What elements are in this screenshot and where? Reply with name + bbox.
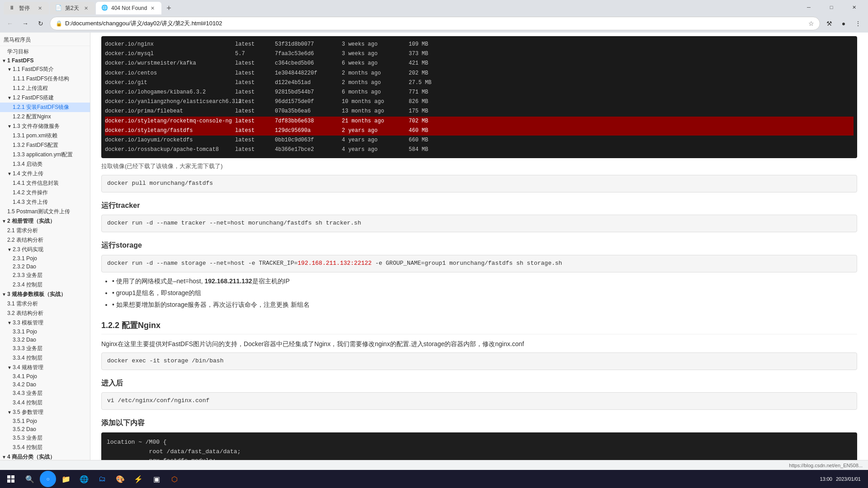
- storage-section-header: 运行storage: [101, 239, 857, 251]
- docker-row-nginx: docker.io/nginx latest 53f31d8b0077 3 we…: [105, 40, 854, 49]
- new-tab-button[interactable]: +: [162, 2, 175, 14]
- sidebar-item-2-3-1[interactable]: 2.3.1 Pojo: [0, 254, 90, 263]
- sidebar-item-1-3-1[interactable]: 1.3.1 pom.xml依赖: [0, 131, 90, 141]
- tab-1[interactable]: ⏸ 暂停 ✕: [4, 2, 49, 14]
- sidebar-item-3-4[interactable]: ▼3.4 规格管理: [0, 363, 90, 372]
- sidebar-item-3-1[interactable]: 3.1 需求分析: [0, 299, 90, 309]
- start-button[interactable]: [4, 472, 18, 486]
- sidebar-item-1-3-4[interactable]: 1.3.4 启动类: [0, 160, 90, 169]
- sidebar-item-3-5-4[interactable]: 3.5.4 控制层: [0, 443, 90, 452]
- sidebar-item-3-4-2[interactable]: 3.4.2 Dao: [0, 380, 90, 389]
- sidebar-item-3-3-4[interactable]: 3.3.4 控制层: [0, 353, 90, 363]
- sidebar-item-1-4[interactable]: ▼1.4 文件上传: [0, 169, 90, 178]
- sidebar-item-3-5-3[interactable]: 3.5.3 业务层: [0, 433, 90, 443]
- sidebar-item-1-1-2[interactable]: 1.1.2 上传流程: [0, 84, 90, 93]
- tab-1-favicon: ⏸: [9, 5, 16, 12]
- bookmark-icon[interactable]: ☆: [808, 20, 814, 27]
- taskbar-terminal-icon[interactable]: ▣: [148, 471, 165, 487]
- taskbar-vscode-icon[interactable]: ⚡: [130, 471, 146, 487]
- tab-1-close[interactable]: ✕: [36, 5, 43, 12]
- sidebar-item-1-2-1[interactable]: 1.2.1 安装FastDFS镜像: [0, 103, 90, 112]
- tab-3-close[interactable]: ✕: [149, 5, 156, 12]
- sidebar-item-3-3-2[interactable]: 3.3.2 Dao: [0, 336, 90, 344]
- sidebar-item-fastdfs[interactable]: ▼1 FastDFS: [0, 56, 90, 65]
- sidebar-item-3[interactable]: ▼3 规格参数模板（实战）: [0, 290, 90, 299]
- sidebar-item-2-3[interactable]: ▼2.3 代码实现: [0, 245, 90, 254]
- sidebar-item-3-4-4[interactable]: 3.4.4 控制层: [0, 398, 90, 408]
- sidebar-item-1-1-1[interactable]: 1.1.1 FastDFS任务结构: [0, 74, 90, 84]
- sidebar-item-1-4-2[interactable]: 1.4.2 文件操作: [0, 188, 90, 197]
- sidebar-item-1-2-2[interactable]: 1.2.2 配置Nginx: [0, 112, 90, 122]
- exec-command-text: docker exec -it storage /bin/bash: [107, 357, 223, 364]
- sidebar-item-3-4-3[interactable]: 3.4.3 业务层: [0, 389, 90, 398]
- taskbar: 🔍 ○ 📁 🌐 🗂 🎨 ⚡ ▣ ⬡ 13:00 2023/01/01: [0, 470, 868, 488]
- sidebar-item-3-5[interactable]: ▼3.5 参数管理: [0, 408, 90, 417]
- sidebar-item-2[interactable]: ▼2 相册管理（实战）: [0, 216, 90, 226]
- sidebar-item-learning-goals[interactable]: 学习目标: [0, 47, 90, 56]
- taskbar-chrome-icon[interactable]: 🌐: [76, 471, 92, 487]
- taskbar-paint-icon[interactable]: 🎨: [112, 471, 128, 487]
- vi-command-block: vi /etc/nginx/conf/nginx.conf: [101, 392, 857, 410]
- status-url: https://blog.csdn.net/en_EN508...: [789, 463, 863, 468]
- pull-note: 拉取镜像(已经下载了该镜像，大家无需下载了): [101, 162, 857, 171]
- tab-2-favicon: 📄: [55, 5, 62, 12]
- sidebar-item-2-2[interactable]: 2.2 表结构分析: [0, 235, 90, 245]
- svg-rect-2: [7, 479, 10, 483]
- window-controls: ─ □ ✕: [798, 0, 864, 14]
- minimize-button[interactable]: ─: [798, 0, 819, 14]
- sidebar-item-fastdfs-intro[interactable]: ▼1.1 FastDFS简介: [0, 65, 90, 74]
- sidebar-item-4[interactable]: ▼4 商品分类（实战）: [0, 452, 90, 460]
- sidebar-item-3-3-1[interactable]: 3.3.1 Pojo: [0, 328, 90, 336]
- docker-row-filebeat: docker.io/prima/filebeat latest 070a35b6…: [105, 107, 854, 116]
- storage-note-1: 使用了的网络模式是–net=host, 192.168.211.132是宿主机的…: [112, 276, 857, 286]
- taskbar-explorer-icon[interactable]: 🗂: [94, 471, 110, 487]
- sidebar-item-3-3[interactable]: ▼3.3 模板管理: [0, 318, 90, 328]
- sidebar-item-3-5-1[interactable]: 3.5.1 Pojo: [0, 417, 90, 425]
- address-input-container[interactable]: 🔒 D:/documents/changgou/讲义/day02/讲义/第2天.…: [50, 17, 820, 30]
- tab-2[interactable]: 📄 第2天 ✕: [50, 2, 95, 14]
- sidebar-item-3-4-1[interactable]: 3.4.1 Pojo: [0, 372, 90, 380]
- sidebar-item-1-3[interactable]: ▼1.3 文件存储微服务: [0, 122, 90, 131]
- extensions-icon[interactable]: ⚒: [823, 17, 835, 30]
- docker-row-fastdfs: docker.io/styletang/fastdfs latest 129dc…: [105, 126, 854, 136]
- maximize-button[interactable]: □: [821, 0, 842, 14]
- storage-notes-list: 使用了的网络模式是–net=host, 192.168.211.132是宿主机的…: [112, 276, 857, 310]
- location-line-2: root /data/fast_data/data;: [107, 447, 852, 457]
- storage-note-2: group1是组名，即storage的组: [112, 288, 857, 298]
- profile-icon[interactable]: ●: [837, 17, 850, 30]
- sidebar-item-1-5[interactable]: 1.5 Postman测试文件上传: [0, 207, 90, 216]
- vi-command-text: vi /etc/nginx/conf/nginx.conf: [107, 397, 209, 404]
- taskbar-time: 13:00: [820, 476, 832, 482]
- taskbar-cortana-icon[interactable]: ○: [40, 471, 56, 487]
- refresh-button[interactable]: ↻: [34, 17, 47, 30]
- taskbar-search-icon[interactable]: 🔍: [22, 471, 38, 487]
- taskbar-app-icon[interactable]: ⬡: [166, 471, 183, 487]
- sidebar-item-2-3-2[interactable]: 2.3.2 Dao: [0, 263, 90, 271]
- tab-3[interactable]: 🌐 404 Not Found ✕: [96, 2, 161, 14]
- title-bar: ⏸ 暂停 ✕ 📄 第2天 ✕ 🌐 404 Not Found ✕ + ─: [0, 0, 868, 14]
- sidebar-item-3-2[interactable]: 3.2 表结构分析: [0, 309, 90, 318]
- sidebar-item-1-4-1[interactable]: 1.4.1 文件信息封装: [0, 178, 90, 188]
- sidebar-item-1-3-3[interactable]: 1.3.3 application.yml配置: [0, 150, 90, 160]
- sidebar-item-1-4-3[interactable]: 1.4.3 文件上传: [0, 197, 90, 207]
- sidebar-item-1-2[interactable]: ▼1.2 FastDFS搭建: [0, 93, 90, 103]
- tracker-command-text: docker run -d --name tracker --net=host …: [107, 220, 361, 226]
- tab-2-close[interactable]: ✕: [82, 5, 90, 12]
- back-button[interactable]: ←: [4, 17, 16, 30]
- sidebar-item-3-3-3[interactable]: 3.3.3 业务层: [0, 344, 90, 353]
- taskbar-files-icon[interactable]: 📁: [58, 471, 74, 487]
- address-bar: ← → ↻ 🔒 D:/documents/changgou/讲义/day02/讲…: [0, 14, 868, 33]
- sidebar-item-2-1[interactable]: 2.1 需求分析: [0, 226, 90, 235]
- forward-button[interactable]: →: [19, 17, 32, 30]
- close-button[interactable]: ✕: [844, 0, 864, 14]
- menu-icon[interactable]: ⋮: [852, 17, 864, 30]
- sidebar-item-1-3-2[interactable]: 1.3.2 FastDFS配置: [0, 141, 90, 150]
- sidebar-item-2-3-3[interactable]: 2.3.3 业务层: [0, 271, 90, 280]
- location-line-3: ngx_fastdfs_module;: [107, 456, 852, 460]
- sidebar-item-3-5-2[interactable]: 3.5.2 Dao: [0, 425, 90, 433]
- svg-rect-0: [7, 475, 10, 479]
- sidebar-item-2-3-4[interactable]: 2.3.4 控制层: [0, 280, 90, 290]
- tab-3-title: 404 Not Found: [111, 5, 147, 11]
- browser-window: ⏸ 暂停 ✕ 📄 第2天 ✕ 🌐 404 Not Found ✕ + ─: [0, 0, 868, 488]
- nginx-section-header: 1.2.2 配置Nginx: [101, 319, 857, 334]
